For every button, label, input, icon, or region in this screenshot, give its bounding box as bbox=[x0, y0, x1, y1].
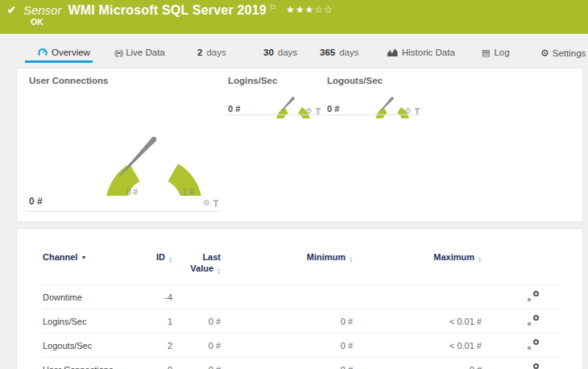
sort-icon: ▲▼ bbox=[168, 256, 172, 263]
channel-id: 2 bbox=[131, 334, 172, 358]
channel-settings-icon[interactable] bbox=[528, 363, 539, 369]
tab-historic-data-label: Historic Data bbox=[402, 48, 455, 57]
sensor-kind-label: Sensor bbox=[23, 3, 62, 17]
column-header-maximum[interactable]: Maximum▲▼ bbox=[353, 251, 482, 285]
tab-overview[interactable]: Overview bbox=[38, 48, 90, 59]
channel-last-value: 0 # bbox=[172, 334, 221, 358]
column-header-last-value[interactable]: LastValue▲▼ bbox=[172, 251, 221, 285]
channel-id: -4 bbox=[131, 285, 172, 309]
logins-gauge-value: 0 # bbox=[228, 104, 240, 114]
channels-panel: Channel▼ ID▲▼ LastValue▲▼ Minimum▲▼ Maxi… bbox=[16, 228, 583, 369]
priority-stars[interactable]: ★★★☆☆ bbox=[286, 4, 333, 15]
tab-2-days-number: 2 bbox=[197, 48, 202, 57]
gauges-panel: User Connections 0 # 1 # 0 # ⚙ Logins/Se… bbox=[16, 68, 583, 222]
channel-id: 1 bbox=[131, 309, 172, 334]
column-header-minimum-label: Minimum bbox=[307, 252, 346, 262]
tab-log[interactable]: ▤Log bbox=[482, 48, 510, 58]
column-header-minimum[interactable]: Minimum▲▼ bbox=[221, 251, 353, 285]
logins-gauge-title: Logins/Sec bbox=[228, 76, 277, 85]
column-header-channel[interactable]: Channel▼ bbox=[43, 251, 131, 285]
user-connections-gauge bbox=[85, 83, 222, 196]
tab-overview-label: Overview bbox=[52, 48, 90, 57]
column-header-maximum-label: Maximum bbox=[433, 252, 474, 262]
tab-30-days-number: 30 bbox=[263, 48, 274, 57]
live-data-icon: ((•)) bbox=[114, 49, 122, 57]
tab-2-days-unit: days bbox=[206, 48, 226, 57]
settings-gear-icon: ⚙ bbox=[540, 48, 549, 59]
channel-last-value bbox=[172, 285, 221, 309]
tab-log-label: Log bbox=[494, 48, 509, 57]
column-header-channel-label: Channel bbox=[43, 252, 77, 262]
table-row: Logouts/Sec 2 0 # 0 # < 0.01 # bbox=[43, 334, 560, 358]
column-header-actions bbox=[482, 251, 560, 285]
channel-settings-icon[interactable] bbox=[528, 291, 539, 301]
main-gauge-scale-max: 1 # bbox=[183, 188, 194, 197]
historic-chart-icon bbox=[387, 48, 398, 57]
sort-caret-down-icon: ▼ bbox=[81, 255, 86, 260]
channel-settings-icon[interactable] bbox=[528, 315, 539, 325]
channel-maximum: < 0.01 # bbox=[353, 334, 482, 358]
column-header-id[interactable]: ID▲▼ bbox=[131, 251, 172, 285]
status-badge: OK bbox=[31, 17, 588, 27]
channel-minimum: 0 # bbox=[221, 334, 353, 358]
sensor-title: WMI Microsoft SQL Server 2019 bbox=[68, 3, 266, 18]
channel-minimum bbox=[221, 285, 353, 309]
tab-365-days-number: 365 bbox=[320, 48, 335, 57]
main-gauge-scale-min: 0 # bbox=[126, 188, 138, 197]
tab-365-days-unit: days bbox=[339, 48, 358, 57]
tab-live-data-label: Live Data bbox=[126, 48, 165, 57]
gauge-pin-icon[interactable] bbox=[213, 200, 219, 207]
column-header-last-label: Last bbox=[202, 252, 221, 262]
channel-settings-icon[interactable] bbox=[528, 339, 539, 350]
log-list-icon: ▤ bbox=[482, 48, 490, 57]
tab-30-days-unit: days bbox=[278, 48, 297, 57]
channel-maximum bbox=[353, 285, 482, 309]
channel-name[interactable]: User Connections bbox=[43, 358, 131, 369]
column-header-value-label: Value bbox=[190, 263, 213, 273]
flag-icon[interactable]: ⚐ bbox=[269, 3, 276, 12]
divider bbox=[226, 114, 321, 115]
tab-settings[interactable]: ⚙Settings bbox=[540, 48, 586, 59]
prtg-sensor-page: ✔ Sensor WMI Microsoft SQL Server 2019 ⚐… bbox=[0, 0, 588, 369]
divider bbox=[325, 114, 420, 115]
channel-last-value: 0 # bbox=[172, 309, 221, 334]
tab-settings-label: Settings bbox=[553, 48, 586, 58]
column-header-id-label: ID bbox=[156, 252, 165, 262]
active-tab-underline bbox=[25, 60, 93, 63]
channel-minimum: 0 # bbox=[221, 309, 353, 334]
gauge-gear-icon[interactable]: ⚙ bbox=[203, 199, 210, 207]
tab-bar: Overview ((•))Live Data 2days 30days 365… bbox=[0, 34, 588, 68]
channel-maximum: < 0.01 # bbox=[353, 309, 482, 334]
channel-minimum: 0 # bbox=[221, 358, 353, 369]
channel-maximum: 0 # bbox=[353, 358, 482, 369]
tab-30-days[interactable]: 30days bbox=[263, 48, 297, 57]
channel-name[interactable]: Downtime bbox=[43, 285, 131, 309]
table-row: Logins/Sec 1 0 # 0 # < 0.01 # bbox=[43, 309, 560, 334]
channel-name[interactable]: Logins/Sec bbox=[43, 309, 131, 334]
channel-id: 0 bbox=[131, 358, 172, 369]
status-check-icon: ✔ bbox=[7, 4, 16, 16]
tab-historic-data[interactable]: Historic Data bbox=[387, 48, 455, 57]
sort-icon: ▲▼ bbox=[349, 256, 353, 263]
channel-name[interactable]: Logouts/Sec bbox=[43, 334, 131, 358]
tab-365-days[interactable]: 365days bbox=[320, 48, 358, 57]
tab-live-data[interactable]: ((•))Live Data bbox=[114, 48, 165, 57]
sort-icon: ▲▼ bbox=[478, 256, 482, 263]
table-row: Downtime -4 bbox=[43, 285, 560, 309]
gauge-icon bbox=[38, 48, 48, 59]
table-row: User Connections 0 0 # 0 # 0 # bbox=[43, 358, 560, 369]
tab-2-days[interactable]: 2days bbox=[197, 48, 226, 57]
sensor-header: ✔ Sensor WMI Microsoft SQL Server 2019 ⚐… bbox=[0, 0, 588, 34]
logouts-gauge-value: 0 # bbox=[327, 104, 339, 114]
channels-table: Channel▼ ID▲▼ LastValue▲▼ Minimum▲▼ Maxi… bbox=[43, 251, 560, 369]
sort-icon: ▲▼ bbox=[217, 267, 221, 274]
main-gauge-value: 0 # bbox=[29, 196, 43, 207]
divider bbox=[27, 211, 220, 212]
channel-last-value: 0 # bbox=[172, 358, 221, 369]
